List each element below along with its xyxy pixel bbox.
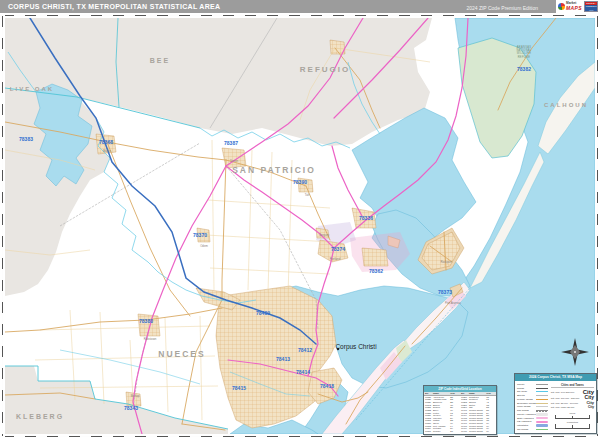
- legend-title: 2024 Corpus Christi, TX MSA Map: [515, 374, 596, 381]
- legend-swatch: [536, 391, 548, 392]
- legend-swatch: [536, 403, 548, 404]
- badge-bot: .com: [585, 9, 597, 12]
- logo-pie-icon: [558, 3, 565, 10]
- map-product-screenshot: { "header": { "title": "CORPUS CHRISTI, …: [0, 0, 600, 439]
- map-canvas: [5, 18, 595, 434]
- zip-index-rows: 78330Agua DulceB578380RobstownC578336Ara…: [424, 396, 496, 433]
- edition-label: 2024 ZIP Code Premium Edition: [466, 5, 538, 11]
- legend-swatch: [536, 388, 548, 389]
- frame-ruler-top: [0, 13, 600, 18]
- scale-miles: Miles: [551, 412, 594, 420]
- map-title: CORPUS CHRISTI, TX METROPOLITAN STATISTI…: [8, 3, 220, 10]
- legend-swatch: [536, 413, 548, 416]
- legend-swatch: [536, 399, 548, 400]
- legend-swatch: [536, 421, 548, 424]
- frame-ruler-bottom: [0, 434, 600, 439]
- frame-ruler-left: [0, 13, 5, 439]
- legend-swatch: [536, 410, 548, 412]
- zip-index-box: ZIP Code Index/Grid Location ZIPNameGrid…: [423, 385, 497, 435]
- legend-swatch: [536, 424, 548, 427]
- legend-items: CountyRoadsZIP CodeStreetsPrimary RoadsS…: [517, 383, 548, 432]
- corpus-christi-marker: [337, 348, 339, 350]
- legend-cities-title: Cities and Towns: [551, 383, 594, 388]
- logo-text-maps: MAPS: [566, 6, 582, 11]
- legend-item: Toll Roads: [517, 428, 548, 432]
- seller-badge: SOLD BY MapSales .com: [584, 1, 598, 12]
- map-legend-box: 2024 Corpus Christi, TX MSA Map CountyRo…: [514, 373, 597, 434]
- header-bar: CORPUS CHRISTI, TX METROPOLITAN STATISTI…: [0, 0, 556, 13]
- legend-swatch: [536, 395, 548, 396]
- legend-swatch: [536, 429, 548, 430]
- legend-city-classes: City Pop. over 250,000CityCity Pop. 100,…: [551, 389, 594, 410]
- scale-kilometers: Kilometers: [551, 421, 594, 429]
- legend-swatch: [536, 406, 548, 407]
- legend-city-class: City Pop. under 25,000City: [551, 406, 594, 409]
- zip-index-row: 78377RefugioD178410Corpus ChristiC4: [424, 430, 496, 433]
- legend-swatch: [536, 384, 548, 385]
- publisher-logo: Market MAPS SOLD BY MapSales .com: [556, 0, 600, 13]
